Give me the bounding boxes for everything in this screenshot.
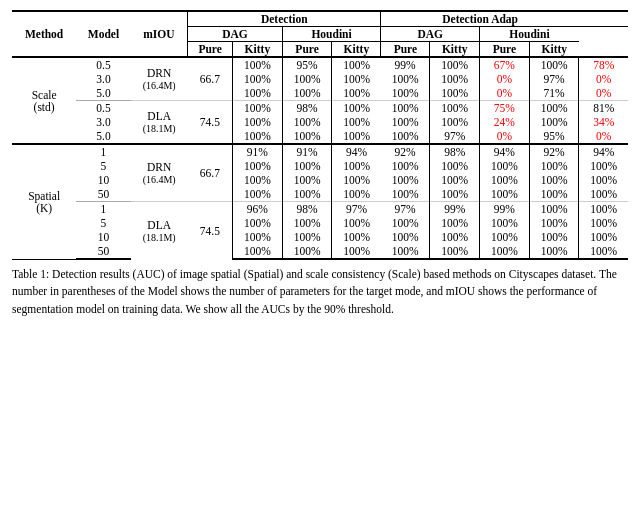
data-cell: 100% bbox=[381, 115, 430, 129]
model-miou: 74.5 bbox=[188, 101, 233, 145]
data-cell: 100% bbox=[282, 72, 332, 86]
scale-value: 0.5 bbox=[76, 57, 130, 72]
data-cell: 100% bbox=[579, 230, 628, 244]
data-cell: 100% bbox=[381, 244, 430, 259]
scale-value: 5 bbox=[76, 159, 130, 173]
model-name: DLA(18.1M) bbox=[131, 202, 188, 260]
data-cell: 0% bbox=[480, 129, 530, 144]
model-name: DRN(16.4M) bbox=[131, 144, 188, 202]
model-miou: 74.5 bbox=[188, 202, 233, 260]
data-cell: 98% bbox=[430, 144, 480, 159]
data-cell: 91% bbox=[233, 144, 283, 159]
data-cell: 100% bbox=[332, 216, 381, 230]
data-cell: 100% bbox=[529, 101, 579, 116]
data-cell: 100% bbox=[529, 173, 579, 187]
adap-dag-header: DAG bbox=[381, 27, 480, 42]
data-cell: 100% bbox=[430, 187, 480, 202]
method-header: Method bbox=[12, 11, 76, 57]
scale-value: 1 bbox=[76, 144, 130, 159]
data-cell: 98% bbox=[282, 202, 332, 217]
data-cell: 100% bbox=[233, 57, 283, 72]
data-cell: 100% bbox=[480, 187, 530, 202]
data-cell: 97% bbox=[381, 202, 430, 217]
data-cell: 34% bbox=[579, 115, 628, 129]
data-cell: 100% bbox=[529, 115, 579, 129]
data-cell: 100% bbox=[430, 244, 480, 259]
data-cell: 100% bbox=[233, 187, 283, 202]
houdini-kitty-header: Kitty bbox=[332, 42, 381, 58]
data-cell: 75% bbox=[480, 101, 530, 116]
data-cell: 100% bbox=[579, 159, 628, 173]
data-cell: 24% bbox=[480, 115, 530, 129]
data-cell: 91% bbox=[282, 144, 332, 159]
data-cell: 100% bbox=[332, 159, 381, 173]
data-cell: 99% bbox=[381, 57, 430, 72]
data-cell: 71% bbox=[529, 86, 579, 101]
scale-value: 10 bbox=[76, 173, 130, 187]
data-cell: 100% bbox=[282, 129, 332, 144]
data-cell: 100% bbox=[233, 101, 283, 116]
data-cell: 100% bbox=[430, 115, 480, 129]
data-cell: 100% bbox=[529, 202, 579, 217]
data-cell: 100% bbox=[480, 173, 530, 187]
data-cell: 100% bbox=[381, 173, 430, 187]
data-cell: 100% bbox=[233, 129, 283, 144]
section-label: Spatial(K) bbox=[12, 144, 76, 259]
data-cell: 100% bbox=[381, 230, 430, 244]
data-cell: 100% bbox=[332, 57, 381, 72]
section-label: Scale(std) bbox=[12, 57, 76, 144]
data-cell: 100% bbox=[381, 101, 430, 116]
data-cell: 100% bbox=[332, 72, 381, 86]
data-cell: 100% bbox=[282, 244, 332, 259]
data-cell: 78% bbox=[579, 57, 628, 72]
data-cell: 95% bbox=[282, 57, 332, 72]
adap-dag-pure-header: Pure bbox=[381, 42, 430, 58]
data-cell: 100% bbox=[579, 187, 628, 202]
data-cell: 100% bbox=[381, 72, 430, 86]
data-cell: 100% bbox=[332, 86, 381, 101]
adap-dag-kitty-header: Kitty bbox=[430, 42, 480, 58]
model-name: DRN(16.4M) bbox=[131, 57, 188, 101]
data-cell: 100% bbox=[332, 101, 381, 116]
data-cell: 100% bbox=[480, 230, 530, 244]
data-cell: 0% bbox=[579, 86, 628, 101]
data-cell: 95% bbox=[529, 129, 579, 144]
scale-value: 10 bbox=[76, 230, 130, 244]
data-cell: 100% bbox=[233, 159, 283, 173]
data-cell: 100% bbox=[282, 86, 332, 101]
data-cell: 81% bbox=[579, 101, 628, 116]
data-cell: 100% bbox=[480, 159, 530, 173]
dag-pure-header: Pure bbox=[188, 42, 233, 58]
data-cell: 100% bbox=[430, 86, 480, 101]
data-cell: 100% bbox=[233, 173, 283, 187]
scale-value: 5.0 bbox=[76, 129, 130, 144]
table-container: Method Model mIOU Detection Detection Ad… bbox=[12, 10, 628, 318]
data-cell: 100% bbox=[282, 187, 332, 202]
data-cell: 0% bbox=[480, 86, 530, 101]
data-cell: 94% bbox=[480, 144, 530, 159]
data-cell: 100% bbox=[579, 173, 628, 187]
data-cell: 100% bbox=[282, 216, 332, 230]
scale-value: 3.0 bbox=[76, 72, 130, 86]
model-name: DLA(18.1M) bbox=[131, 101, 188, 145]
data-cell: 100% bbox=[332, 129, 381, 144]
data-cell: 100% bbox=[381, 187, 430, 202]
data-cell: 100% bbox=[430, 230, 480, 244]
data-cell: 100% bbox=[332, 230, 381, 244]
scale-value: 5.0 bbox=[76, 86, 130, 101]
data-cell: 100% bbox=[332, 115, 381, 129]
data-cell: 100% bbox=[430, 57, 480, 72]
model-miou: 66.7 bbox=[188, 57, 233, 101]
dag-header: DAG bbox=[188, 27, 283, 42]
data-cell: 100% bbox=[430, 72, 480, 86]
data-cell: 97% bbox=[529, 72, 579, 86]
data-cell: 100% bbox=[529, 187, 579, 202]
data-cell: 97% bbox=[332, 202, 381, 217]
data-cell: 96% bbox=[233, 202, 283, 217]
data-cell: 100% bbox=[430, 216, 480, 230]
data-cell: 100% bbox=[529, 57, 579, 72]
data-cell: 100% bbox=[430, 159, 480, 173]
adap-houdini-header: Houdini bbox=[480, 27, 579, 42]
scale-value: 50 bbox=[76, 244, 130, 259]
data-cell: 100% bbox=[529, 216, 579, 230]
